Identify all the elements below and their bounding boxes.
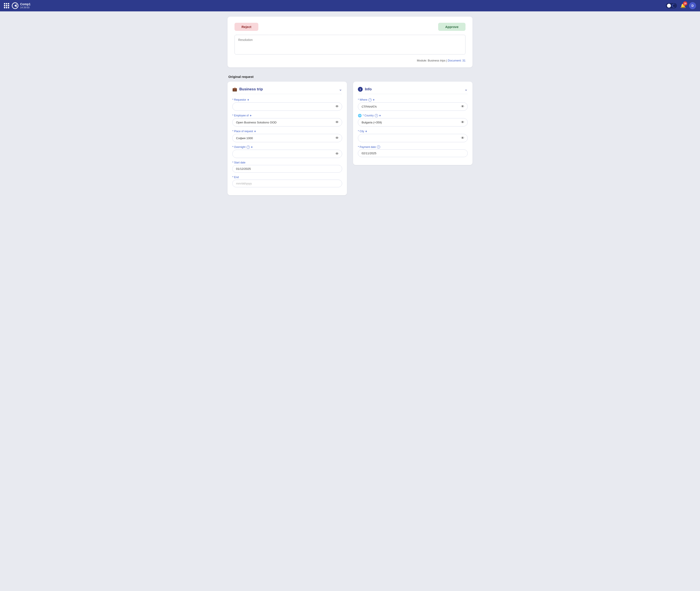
start-date-label: * Start date [232,161,342,164]
employee-of-eye-icon[interactable]: 👁 [335,120,339,124]
end-date-field-group: * End [232,176,342,187]
place-of-request-input-wrap: 👁 [232,134,342,142]
payment-date-label-text: * Payment date [358,145,376,148]
info-panel: i Info ⌄ * Where ? + 👁 [353,82,473,165]
country-add-btn[interactable]: + [379,114,381,117]
end-date-label: * End [232,176,342,179]
requestor-eye-icon[interactable]: 👁 [335,105,339,109]
business-trip-panel-header: 💼 Business trip ⌄ [232,87,342,94]
employee-of-input-wrap: 👁 [232,118,342,126]
overnight-label-text: * Overnight [232,145,246,148]
start-date-field-group: * Start date [232,161,342,173]
approve-button[interactable]: Approve [438,23,466,31]
overnight-label: * Overnight ? + [232,145,342,149]
overnight-input-wrap: 👁 [232,150,342,158]
topbar: Comp1 14:39:50 🔔 19 D [0,0,700,11]
where-label-text: * Where [358,98,367,101]
logo-circle [12,2,18,9]
briefcase-icon: 💼 [232,87,237,92]
employee-of-input[interactable] [236,121,334,124]
country-input-wrap: 👁 [358,118,468,126]
business-trip-chevron[interactable]: ⌄ [339,87,342,92]
app-name-block: Comp1 14:39:50 [20,2,30,9]
payment-date-field-group: * Payment date ? [358,145,468,157]
approval-card: Reject Approve Module: Business trips | … [227,17,473,67]
info-title: i Info [358,87,372,92]
info-icon: i [358,87,363,92]
approval-buttons: Reject Approve [234,23,466,31]
place-of-request-label: * Place of request + [232,130,342,133]
overnight-input[interactable] [236,152,334,155]
country-label-text: * Country [363,114,374,117]
payment-date-help-icon[interactable]: ? [377,145,380,148]
place-of-request-add-btn[interactable]: + [254,130,256,133]
overnight-add-btn[interactable]: + [251,145,253,149]
employee-of-label-text: * Employee of [232,114,249,117]
page-content: Reject Approve Module: Business trips | … [221,11,479,200]
approval-footer: Module: Business trips | Document: 31 [234,59,466,62]
notification-bell[interactable]: 🔔 19 [680,2,687,9]
end-date-input-wrap [232,180,342,187]
requestor-label: * Requestor + [232,98,342,102]
place-of-request-eye-icon[interactable]: 👁 [335,136,339,140]
requestor-add-btn[interactable]: + [247,98,249,102]
app-logo: Comp1 14:39:50 [12,2,30,9]
payment-date-input[interactable] [362,152,465,155]
original-request-label: Original request [227,72,473,82]
resolution-textarea[interactable] [234,35,466,55]
app-name: Comp1 [20,2,30,6]
start-date-input[interactable] [236,167,339,171]
business-trip-panel: 💼 Business trip ⌄ * Requestor + 👁 [227,82,347,195]
where-help-icon[interactable]: ? [368,98,372,102]
city-label: * City + [358,130,468,133]
city-add-btn[interactable]: + [365,130,367,133]
requestor-field-group: * Requestor + 👁 [232,98,342,111]
where-input-wrap: 👁 [358,103,468,111]
city-field-group: * City + 👁 [358,130,468,142]
payment-date-input-wrap [358,149,468,157]
city-eye-icon[interactable]: 👁 [461,136,465,140]
employee-of-label: * Employee of + [232,114,342,117]
where-field-group: * Where ? + 👁 [358,98,468,111]
requestor-input-wrap: 👁 [232,103,342,111]
where-eye-icon[interactable]: 👁 [461,105,465,109]
requestor-input[interactable] [236,105,334,108]
info-chevron[interactable]: ⌄ [465,87,468,92]
country-field-group: 🌐 * Country ? + 👁 [358,114,468,126]
theme-moon-icon [672,4,676,8]
city-label-text: * City [358,130,364,133]
cards-row: 💼 Business trip ⌄ * Requestor + 👁 [227,82,473,195]
employee-of-add-btn[interactable]: + [250,114,252,117]
globe-icon: 🌐 [358,114,362,117]
logo-arrow-icon [14,4,17,7]
overnight-field-group: * Overnight ? + 👁 [232,145,342,158]
employee-of-field-group: * Employee of + 👁 [232,114,342,126]
country-help-icon[interactable]: ? [375,114,378,117]
business-trip-title-text: Business trip [239,87,263,91]
where-input[interactable] [362,105,459,108]
place-of-request-input[interactable] [236,137,334,140]
overnight-eye-icon[interactable]: 👁 [335,152,339,156]
where-add-btn[interactable]: + [373,98,374,102]
country-input[interactable] [362,121,459,124]
overnight-help-icon[interactable]: ? [247,145,250,149]
user-avatar[interactable]: D [689,2,696,9]
start-date-input-wrap [232,165,342,173]
country-label: 🌐 * Country ? + [358,114,468,117]
notification-badge: 19 [683,1,687,6]
start-date-label-text: * Start date [232,161,246,164]
reject-button[interactable]: Reject [234,23,258,31]
place-of-request-field-group: * Place of request + 👁 [232,130,342,142]
country-eye-icon[interactable]: 👁 [461,120,465,124]
grid-menu-icon[interactable] [4,3,9,8]
footer-text: Module: Business trips | [417,59,447,62]
city-input[interactable] [362,137,459,140]
app-time: 14:39:50 [20,6,30,9]
place-of-request-label-text: * Place of request [232,130,253,133]
document-link[interactable]: Document: 31 [448,59,466,62]
end-date-label-text: * End [232,176,239,179]
payment-date-label: * Payment date ? [358,145,468,148]
theme-toggle[interactable] [666,3,677,8]
info-title-text: Info [365,87,372,91]
end-date-input[interactable] [236,182,339,185]
